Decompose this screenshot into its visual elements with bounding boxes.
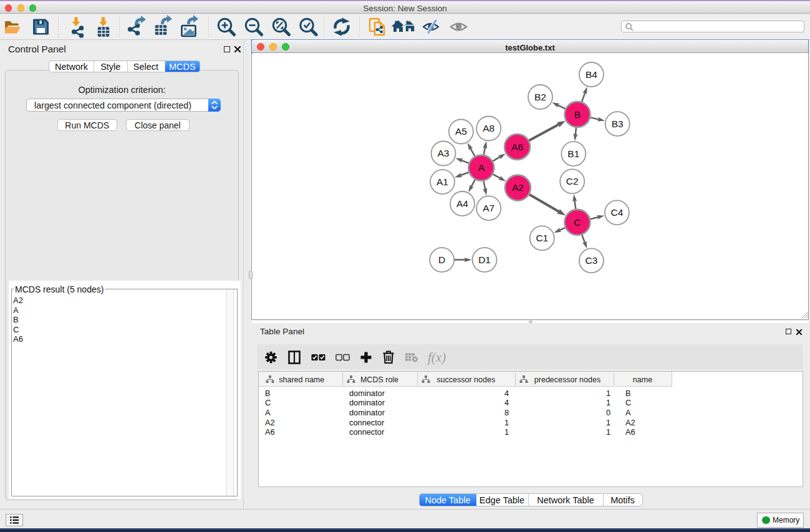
svg-text:A6: A6 [511,142,523,152]
svg-text:B2: B2 [534,92,546,102]
svg-text:A7: A7 [483,203,494,213]
svg-text:A4: A4 [456,198,468,209]
svg-text:A3: A3 [438,148,450,158]
svg-text:C2: C2 [566,176,579,186]
svg-text:B4: B4 [586,69,597,80]
svg-text:D: D [438,254,445,265]
svg-text:B: B [574,109,581,120]
svg-text:f(x): f(x) [428,350,446,365]
svg-text:A: A [478,162,485,173]
svg-text:C1: C1 [536,233,548,243]
svg-text:A1: A1 [436,177,448,187]
svg-text:C3: C3 [585,255,597,266]
svg-text:D1: D1 [478,254,491,265]
svg-text:A2: A2 [512,182,524,193]
svg-text:C: C [574,217,581,228]
svg-text:B3: B3 [612,118,624,129]
svg-text:A5: A5 [455,126,467,137]
svg-text:B1: B1 [567,148,579,159]
svg-text:C4: C4 [610,207,623,218]
svg-text:A8: A8 [483,123,494,133]
